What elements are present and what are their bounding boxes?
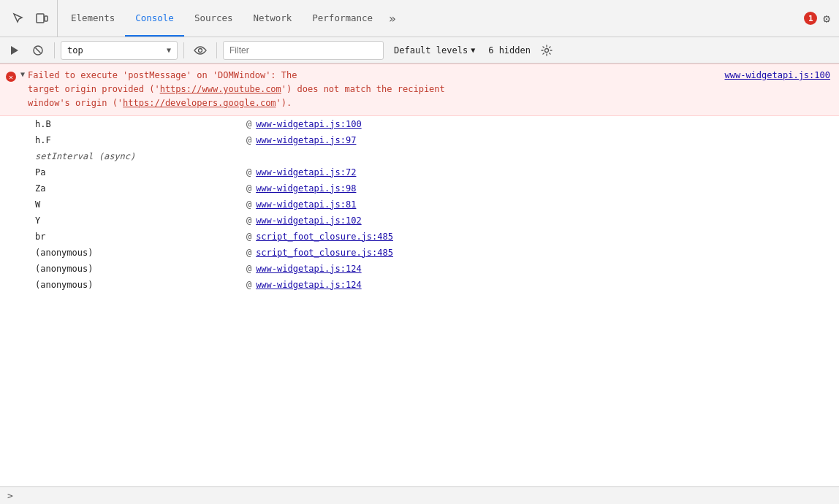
filter-input[interactable] (223, 41, 384, 60)
youtube-link[interactable]: https://www.youtube.com (160, 84, 281, 94)
console-settings-button[interactable] (536, 41, 557, 60)
svg-point-5 (199, 48, 202, 52)
context-selector[interactable]: top ▼ (61, 41, 178, 60)
tab-bar: Elements Console Sources Network Perform… (0, 0, 839, 37)
error-text: Failed to execute 'postMessage' on 'DOMW… (28, 67, 718, 112)
stack-frame: Pa @ www-widgetapi.js:72 (0, 164, 839, 180)
stack-at-symbol: @ (225, 199, 251, 210)
stack-source-link[interactable]: www-widgetapi.js:97 (256, 135, 356, 145)
error-line1: Failed to execute 'postMessage' on 'DOMW… (28, 70, 297, 80)
stack-fn-name: (anonymous) (35, 280, 225, 290)
stack-frames: h.B @ www-widgetapi.js:100h.F @ www-widg… (0, 116, 839, 293)
error-dot-icon: ✕ (6, 72, 16, 82)
tab-console[interactable]: Console (125, 0, 184, 37)
bottom-bar: > (0, 486, 839, 504)
stack-frame: setInterval (async) (0, 148, 839, 164)
clear-console-button[interactable] (28, 41, 48, 60)
stack-source-link[interactable]: www-widgetapi.js:81 (256, 199, 356, 210)
toolbar-divider-3 (216, 42, 217, 58)
toolbar-divider-1 (54, 42, 55, 58)
log-levels-button[interactable]: Default levels ▼ (390, 41, 479, 60)
console-prompt[interactable]: > (7, 490, 13, 501)
stack-source-link[interactable]: www-widgetapi.js:98 (256, 183, 356, 194)
cursor-icon[interactable] (9, 9, 28, 28)
tab-list: Elements Console Sources Network Perform… (61, 0, 402, 37)
levels-arrow-icon: ▼ (471, 46, 475, 54)
stack-frame: (anonymous) @ www-widgetapi.js:124 (0, 277, 839, 293)
error-line2: target origin provided ('https://www.you… (28, 84, 445, 94)
svg-marker-2 (11, 46, 18, 55)
error-source-link[interactable]: www-widgetapi.js:100 (719, 67, 840, 80)
stack-frame: (anonymous) @ www-widgetapi.js:124 (0, 261, 839, 277)
stack-fn-name: h.B (35, 119, 225, 129)
tab-performance[interactable]: Performance (302, 0, 383, 37)
execute-button[interactable] (4, 41, 25, 60)
stack-at-symbol: @ (225, 183, 251, 194)
stack-at-symbol: @ (225, 215, 251, 226)
stack-at-symbol: @ (225, 232, 251, 242)
stack-frame: W @ www-widgetapi.js:81 (0, 196, 839, 213)
svg-rect-1 (45, 16, 48, 21)
context-selector-arrow: ▼ (167, 46, 171, 54)
console-output: ✕ ▼ Failed to execute 'postMessage' on '… (0, 64, 839, 486)
more-tabs-button[interactable]: » (383, 0, 402, 37)
eye-button[interactable] (190, 41, 210, 60)
stack-fn-name: Y (35, 215, 225, 226)
stack-fn-name: (anonymous) (35, 248, 225, 258)
stack-frame: h.B @ www-widgetapi.js:100 (0, 116, 839, 132)
stack-frame: (anonymous) @ script_foot_closure.js:485 (0, 245, 839, 261)
device-icon[interactable] (32, 9, 51, 28)
stack-frame: h.F @ www-widgetapi.js:97 (0, 132, 839, 148)
stack-source-link[interactable]: www-widgetapi.js:72 (256, 167, 356, 177)
error-count-icon: 1 (804, 12, 817, 25)
tab-elements[interactable]: Elements (61, 0, 125, 37)
stack-fn-name: (anonymous) (35, 264, 225, 274)
stack-at-symbol: @ (225, 119, 251, 129)
tab-sources[interactable]: Sources (184, 0, 243, 37)
stack-source-link[interactable]: www-widgetapi.js:100 (256, 119, 362, 129)
settings-icon[interactable]: ⚙ (823, 12, 830, 26)
svg-rect-0 (37, 14, 44, 23)
stack-at-symbol: @ (225, 135, 251, 145)
stack-fn-name: br (35, 232, 225, 242)
google-link[interactable]: https://developers.google.com (123, 98, 276, 108)
stack-at-symbol: @ (225, 248, 251, 258)
stack-fn-name: Pa (35, 167, 225, 177)
stack-source-link[interactable]: script_foot_closure.js:485 (256, 248, 393, 258)
error-badge[interactable]: 1 (804, 12, 817, 25)
error-line3: window's origin ('https://developers.goo… (28, 98, 292, 108)
svg-point-6 (544, 48, 548, 52)
stack-frame: Za @ www-widgetapi.js:98 (0, 180, 839, 196)
stack-frame: Y @ www-widgetapi.js:102 (0, 213, 839, 229)
stack-at-symbol: @ (225, 264, 251, 274)
stack-source-link[interactable]: script_foot_closure.js:485 (256, 232, 393, 242)
tab-network[interactable]: Network (243, 0, 303, 37)
tab-right-controls: 1 ⚙ (804, 12, 836, 26)
stack-frame: br @ script_foot_closure.js:485 (0, 229, 839, 245)
toolbar-divider-2 (183, 42, 184, 58)
svg-line-4 (36, 47, 41, 53)
stack-source-link[interactable]: www-widgetapi.js:124 (256, 280, 362, 290)
stack-fn-name: h.F (35, 135, 225, 145)
error-message-row: ✕ ▼ Failed to execute 'postMessage' on '… (0, 64, 839, 116)
error-icon-col: ✕ (0, 67, 20, 82)
hidden-count: 6 hidden (488, 45, 531, 56)
error-expand-icon[interactable]: ▼ (20, 67, 28, 78)
stack-fn-name: W (35, 199, 225, 210)
stack-source-link[interactable]: www-widgetapi.js:102 (256, 215, 362, 226)
console-toolbar: top ▼ Default levels ▼ 6 hidden (0, 37, 839, 64)
stack-fn-name: Za (35, 183, 225, 194)
devtools-icons (3, 0, 58, 37)
stack-at-symbol: @ (225, 167, 251, 177)
stack-source-link[interactable]: www-widgetapi.js:124 (256, 264, 362, 274)
stack-at-symbol: @ (225, 280, 251, 290)
stack-fn-name: setInterval (async) (35, 151, 225, 161)
